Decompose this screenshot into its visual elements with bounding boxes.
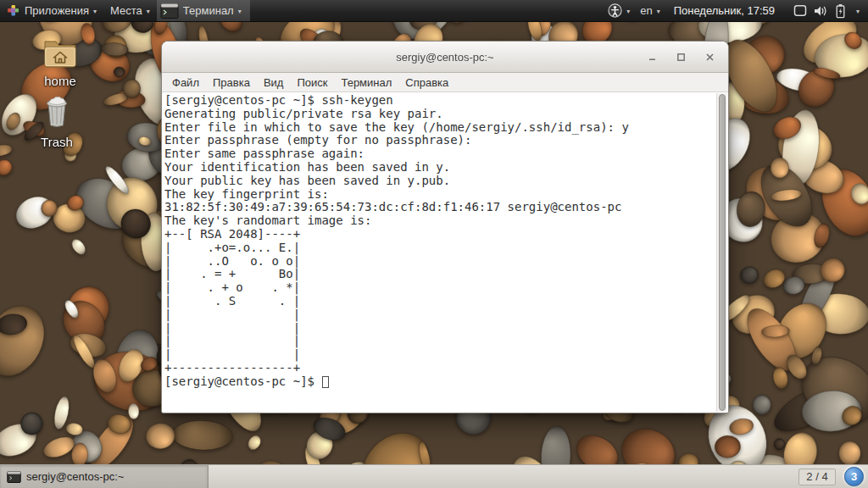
terminal-line: +--[ RSA 2048]----+ (164, 228, 715, 241)
volume-icon (813, 4, 829, 18)
display-icon (793, 4, 807, 17)
terminal-menu-item[interactable]: Правка (206, 75, 257, 91)
desktop-icon-home[interactable]: home (28, 37, 92, 88)
notification-badge[interactable]: 3 (844, 467, 864, 486)
chevron-down-icon: ▾ (856, 8, 860, 15)
terminal-line: Your public key has been saved in y.pub. (164, 175, 715, 188)
terminal-line: Generating public/private rsa key pair. (164, 108, 715, 121)
clock[interactable]: Понедельник, 17:59 (665, 4, 783, 17)
applications-menu-label: Приложения (25, 4, 89, 17)
terminal-line: | . = + Bo| (164, 268, 715, 281)
accessibility-icon (608, 3, 622, 18)
workspace-pager[interactable]: 2 / 4 (798, 469, 836, 485)
terminal-line: Enter passphrase (empty for no passphras… (164, 134, 715, 147)
active-app-label: Терминал (183, 4, 234, 17)
taskbar: sergiy@centos-pc:~ 2 / 4 3 (0, 464, 868, 488)
keyboard-layout-menu[interactable]: en ▾ (635, 0, 665, 21)
maximize-icon (676, 53, 686, 62)
chevron-down-icon: ▾ (626, 8, 630, 15)
desktop-icon-label: Trash (25, 135, 89, 149)
terminal-line: The key's randomart image is: (164, 214, 715, 228)
window-title: sergiy@centos-pc:~ (396, 51, 493, 64)
desktop-icon-trash[interactable]: Trash (25, 93, 89, 149)
battery-charging-icon (835, 3, 846, 19)
terminal-line: Enter same passphrase again: (164, 147, 715, 161)
terminal-menu-item[interactable]: Файл (165, 75, 206, 91)
scrollbar-thumb[interactable] (719, 94, 726, 411)
close-icon (705, 53, 715, 62)
chevron-down-icon: ▾ (657, 8, 660, 15)
window-controls (643, 42, 718, 72)
taskbar-window-button[interactable]: sergiy@centos-pc:~ (0, 465, 209, 488)
minimize-icon (648, 53, 657, 62)
terminal-line: | | (164, 308, 715, 322)
top-panel: Приложения ▾ Места ▾ Терминал ▾ (0, 0, 868, 22)
terminal-prompt-line: [sergiy@centos-pc ~]$ (164, 375, 715, 389)
desktop-icon-label: home (28, 74, 92, 88)
applications-menu[interactable]: Приложения ▾ (0, 0, 103, 21)
terminal-scrollbar[interactable] (716, 93, 727, 412)
keyboard-layout-label: en (640, 4, 652, 17)
terminal-line: The key fingerprint is: (164, 188, 715, 202)
panel-status-area: ▾ en ▾ Понедельник, 17:59 (603, 0, 868, 21)
places-menu-label: Места (110, 4, 142, 17)
places-menu[interactable]: Места ▾ (103, 0, 157, 21)
chevron-down-icon: ▾ (93, 8, 97, 15)
terminal-app-icon (160, 2, 179, 20)
terminal-line: | . S . | (164, 295, 715, 308)
terminal-line: | | (164, 348, 715, 362)
terminal-line: Your identification has been saved in y. (164, 161, 715, 175)
minimize-button[interactable] (643, 48, 660, 65)
terminal-line: [sergiy@centos-pc ~]$ ssh-keygen (164, 94, 715, 108)
taskbar-window-label: sergiy@centos-pc:~ (26, 470, 124, 483)
desktop: Приложения ▾ Места ▾ Терминал ▾ (0, 0, 868, 488)
terminal-line: | | (164, 335, 715, 348)
terminal-menu-item[interactable]: Справка (398, 75, 455, 91)
home-folder-icon (42, 37, 78, 68)
active-app-menu[interactable]: Терминал ▾ (157, 0, 250, 21)
terminal-menu-item[interactable]: Поиск (290, 75, 334, 91)
terminal-line: Enter file in which to save the key (/ho… (164, 121, 715, 135)
terminal-line: 31:82:5f:30:49:a7:39:65:54:73:dc:cf:8d:f… (164, 201, 715, 214)
chevron-down-icon: ▾ (147, 8, 150, 15)
terminal-line: | .+o=.o... E.| (164, 241, 715, 255)
terminal-line: +-----------------+ (164, 362, 715, 375)
accessibility-menu[interactable]: ▾ (603, 0, 635, 21)
terminal-cursor[interactable] (322, 376, 329, 388)
terminal-menu-item[interactable]: Терминал (334, 75, 398, 91)
terminal-line: | ..O o. o o| (164, 255, 715, 269)
terminal-output: [sergiy@centos-pc ~]$ ssh-keygenGenerati… (164, 94, 715, 389)
maximize-button[interactable] (672, 48, 689, 65)
chevron-down-icon: ▾ (238, 8, 242, 15)
terminal-titlebar[interactable]: sergiy@centos-pc:~ (162, 42, 728, 73)
terminal-line: | . + o . *| (164, 281, 715, 295)
terminal-app-icon (7, 470, 21, 484)
terminal-screen[interactable]: [sergiy@centos-pc ~]$ ssh-keygenGenerati… (162, 92, 728, 413)
close-button[interactable] (701, 48, 718, 65)
terminal-prompt: [sergiy@centos-pc ~]$ (164, 375, 321, 389)
applications-menu-icon (7, 4, 19, 17)
terminal-window: sergiy@centos-pc:~ (161, 41, 729, 413)
terminal-menubar: ФайлПравкаВидПоискТерминалСправка (162, 73, 728, 92)
system-status-icons[interactable]: ▾ (783, 3, 863, 19)
terminal-line: | | (164, 322, 715, 336)
trash-icon (42, 93, 71, 129)
terminal-menu-item[interactable]: Вид (257, 75, 291, 91)
